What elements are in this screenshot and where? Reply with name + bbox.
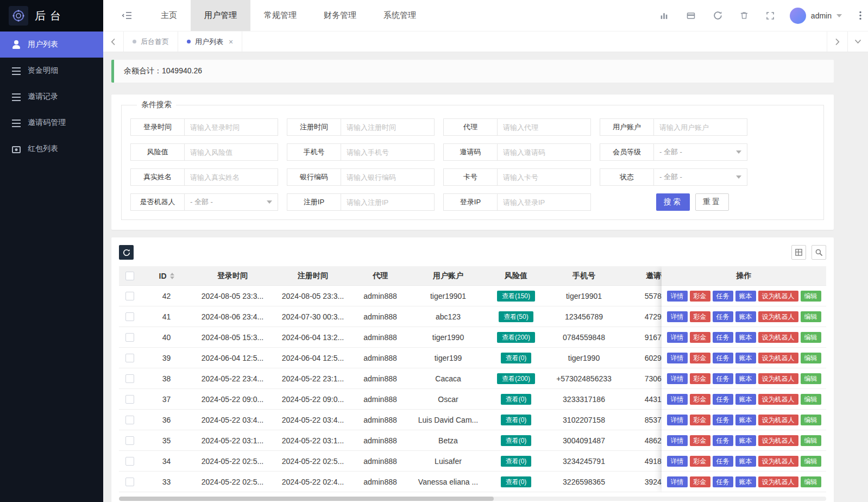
set-robot-button[interactable]: 设为机器人 [758, 476, 798, 487]
risk-view-badge[interactable]: 查看(0) [501, 476, 532, 487]
ledger-button[interactable]: 账本 [735, 332, 756, 343]
ledger-button[interactable]: 账本 [735, 291, 756, 302]
table-refresh-button[interactable] [119, 245, 134, 260]
chart-icon[interactable] [659, 11, 669, 20]
row-checkbox[interactable] [125, 436, 134, 445]
detail-button[interactable]: 详情 [667, 456, 688, 467]
task-button[interactable]: 任务 [713, 373, 733, 384]
nav-item[interactable]: 主页 [147, 0, 191, 31]
ledger-button[interactable]: 账本 [735, 415, 756, 425]
row-checkbox[interactable] [125, 333, 134, 342]
detail-button[interactable]: 详情 [667, 291, 688, 302]
row-checkbox[interactable] [125, 292, 134, 300]
detail-button[interactable]: 详情 [667, 435, 688, 446]
tabs-scroll-right-icon[interactable] [827, 32, 847, 52]
sidebar-item[interactable]: 用户列表 [0, 32, 103, 58]
detail-button[interactable]: 详情 [667, 394, 688, 405]
fullscreen-icon[interactable] [766, 11, 775, 20]
field-input[interactable] [341, 118, 435, 136]
edit-button[interactable]: 编辑 [801, 456, 821, 467]
task-button[interactable]: 任务 [713, 332, 733, 343]
field-select[interactable]: - 全部 - [653, 168, 747, 186]
ledger-button[interactable]: 账本 [735, 476, 756, 487]
bonus-button[interactable]: 彩金 [690, 415, 710, 425]
row-checkbox[interactable] [125, 457, 134, 466]
bonus-button[interactable]: 彩金 [690, 456, 710, 467]
task-button[interactable]: 任务 [713, 415, 733, 425]
detail-button[interactable]: 详情 [667, 332, 688, 343]
risk-view-badge[interactable]: 查看(200) [497, 332, 535, 343]
edit-button[interactable]: 编辑 [801, 435, 821, 446]
tabs-scroll-left-icon[interactable] [103, 32, 124, 52]
sidebar-item[interactable]: 邀请记录 [0, 84, 103, 110]
tab[interactable]: 用户列表 × [178, 32, 242, 52]
task-button[interactable]: 任务 [713, 291, 733, 302]
user-menu[interactable]: admin [790, 8, 842, 24]
bonus-button[interactable]: 彩金 [690, 353, 710, 363]
risk-view-badge[interactable]: 查看(200) [497, 373, 535, 384]
set-robot-button[interactable]: 设为机器人 [758, 435, 798, 446]
set-robot-button[interactable]: 设为机器人 [758, 373, 798, 384]
task-button[interactable]: 任务 [713, 394, 733, 405]
set-robot-button[interactable]: 设为机器人 [758, 415, 798, 425]
bonus-button[interactable]: 彩金 [690, 394, 710, 405]
columns-toggle-button[interactable] [791, 245, 806, 260]
nav-item[interactable]: 用户管理 [191, 0, 250, 31]
row-checkbox[interactable] [125, 478, 134, 486]
scrollbar-thumb[interactable] [119, 497, 494, 501]
edit-button[interactable]: 编辑 [801, 476, 821, 487]
detail-button[interactable]: 详情 [667, 476, 688, 487]
risk-view-badge[interactable]: 查看(0) [501, 394, 532, 405]
row-checkbox[interactable] [125, 395, 134, 404]
field-input[interactable] [497, 193, 591, 211]
sidebar-collapse-icon[interactable] [103, 0, 142, 31]
ledger-button[interactable]: 账本 [735, 435, 756, 446]
tabs-menu-icon[interactable] [847, 32, 868, 52]
field-input[interactable] [184, 168, 278, 186]
field-input[interactable] [497, 118, 591, 136]
risk-view-badge[interactable]: 查看(150) [497, 291, 535, 302]
risk-view-badge[interactable]: 查看(50) [499, 311, 533, 322]
more-icon[interactable] [859, 11, 861, 20]
nav-item[interactable]: 系统管理 [370, 0, 430, 31]
edit-button[interactable]: 编辑 [801, 332, 821, 343]
field-input[interactable] [184, 118, 278, 136]
task-button[interactable]: 任务 [713, 435, 733, 446]
trash-icon[interactable] [740, 11, 749, 20]
set-robot-button[interactable]: 设为机器人 [758, 353, 798, 363]
tab-close-icon[interactable]: × [229, 37, 233, 46]
field-select[interactable]: - 全部 - [184, 193, 278, 211]
edit-button[interactable]: 编辑 [801, 291, 821, 302]
field-input[interactable] [341, 193, 435, 211]
nav-item[interactable]: 常规管理 [250, 0, 310, 31]
bonus-button[interactable]: 彩金 [690, 476, 710, 487]
bonus-button[interactable]: 彩金 [690, 435, 710, 446]
nav-item[interactable]: 财务管理 [310, 0, 370, 31]
reset-button[interactable]: 重置 [695, 193, 729, 211]
detail-button[interactable]: 详情 [667, 353, 688, 363]
edit-button[interactable]: 编辑 [801, 353, 821, 363]
edit-button[interactable]: 编辑 [801, 415, 821, 425]
edit-button[interactable]: 编辑 [801, 394, 821, 405]
field-input[interactable] [497, 168, 591, 186]
bonus-button[interactable]: 彩金 [690, 291, 710, 302]
task-button[interactable]: 任务 [713, 353, 733, 363]
task-button[interactable]: 任务 [713, 476, 733, 487]
row-checkbox[interactable] [125, 374, 134, 383]
bonus-button[interactable]: 彩金 [690, 332, 710, 343]
bonus-button[interactable]: 彩金 [690, 311, 710, 322]
ledger-button[interactable]: 账本 [735, 353, 756, 363]
sidebar-item[interactable]: 资金明细 [0, 58, 103, 84]
row-checkbox[interactable] [125, 354, 134, 362]
risk-view-badge[interactable]: 查看(0) [501, 456, 532, 467]
ledger-button[interactable]: 账本 [735, 394, 756, 405]
detail-button[interactable]: 详情 [667, 311, 688, 322]
sort-icon[interactable] [170, 273, 174, 279]
task-button[interactable]: 任务 [713, 311, 733, 322]
ledger-button[interactable]: 账本 [735, 456, 756, 467]
tab[interactable]: 后台首页 [124, 32, 178, 52]
sidebar-item[interactable]: 邀请码管理 [0, 110, 103, 136]
edit-button[interactable]: 编辑 [801, 373, 821, 384]
refresh-icon[interactable] [713, 11, 722, 20]
select-all-checkbox[interactable] [125, 272, 134, 280]
